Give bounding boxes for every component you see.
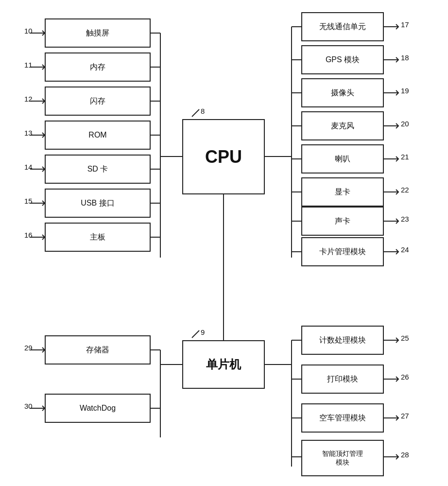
- block-22: 显卡: [301, 177, 384, 207]
- block-14: SD 卡: [45, 155, 151, 184]
- num-30: 30: [24, 402, 33, 410]
- mcu-number: 9: [201, 328, 205, 336]
- block-21: 喇叭: [301, 144, 384, 174]
- block-11: 内存: [45, 52, 151, 82]
- num-21: 21: [401, 153, 409, 161]
- num-11: 11: [24, 61, 33, 69]
- num-13: 13: [24, 129, 33, 137]
- num-18: 18: [401, 53, 409, 62]
- block-27: 空车管理模块: [301, 403, 384, 433]
- num-27: 27: [401, 412, 409, 420]
- num-10: 10: [24, 27, 33, 35]
- num-24: 24: [401, 245, 409, 254]
- num-20: 20: [401, 120, 409, 128]
- svg-line-51: [192, 109, 199, 117]
- block-18: GPS 模块: [301, 45, 384, 74]
- block-16: 主板: [45, 223, 151, 252]
- block-13: ROM: [45, 121, 151, 150]
- block-20: 麦克风: [301, 111, 384, 140]
- num-12: 12: [24, 95, 33, 103]
- num-25: 25: [401, 334, 409, 342]
- num-23: 23: [401, 215, 409, 223]
- num-15: 15: [24, 197, 33, 205]
- diagram: CPU 8 单片机 9 触摸屏 10 内存 11 闪存 12 ROM 13 SD…: [0, 0, 448, 486]
- block-19: 摄像头: [301, 78, 384, 107]
- cpu-box: CPU: [182, 119, 265, 194]
- num-26: 26: [401, 373, 409, 381]
- block-28: 智能顶灯管理 模块: [301, 440, 384, 476]
- mcu-box: 单片机: [182, 340, 265, 389]
- block-25: 计数处理模块: [301, 326, 384, 355]
- num-14: 14: [24, 163, 33, 171]
- num-22: 22: [401, 186, 409, 194]
- block-17: 无线通信单元: [301, 12, 384, 41]
- svg-line-52: [192, 330, 199, 338]
- block-12: 闪存: [45, 87, 151, 116]
- block-30: WatchDog: [45, 394, 151, 423]
- num-28: 28: [401, 451, 409, 459]
- block-10: 触摸屏: [45, 18, 151, 48]
- block-15: USB 接口: [45, 189, 151, 218]
- num-17: 17: [401, 20, 409, 29]
- num-16: 16: [24, 231, 33, 239]
- num-19: 19: [401, 87, 409, 95]
- cpu-number: 8: [201, 107, 205, 115]
- num-29: 29: [24, 344, 33, 352]
- block-23: 声卡: [301, 207, 384, 236]
- block-24: 卡片管理模块: [301, 237, 384, 266]
- block-26: 打印模块: [301, 364, 384, 394]
- block-29: 存储器: [45, 335, 151, 364]
